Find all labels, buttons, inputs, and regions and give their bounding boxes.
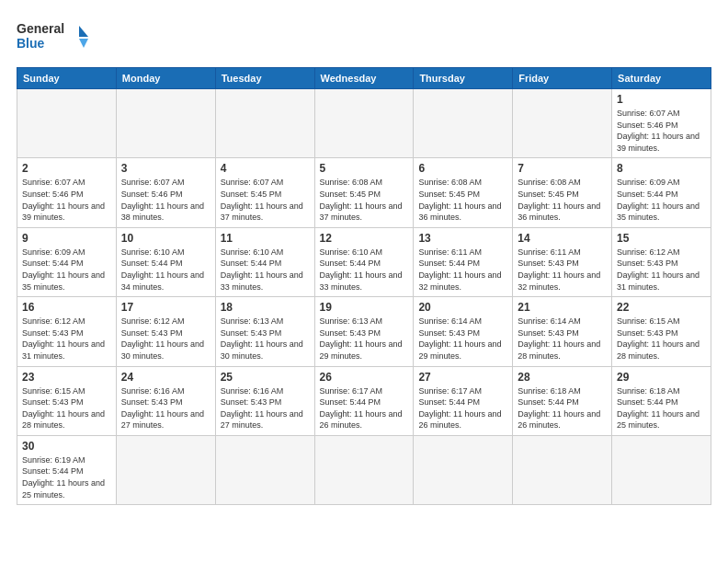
day-number: 17 xyxy=(121,301,210,314)
day-number: 12 xyxy=(320,232,409,245)
calendar-cell xyxy=(215,89,314,158)
day-number: 18 xyxy=(221,301,310,314)
day-info: Sunrise: 6:14 AMSunset: 5:43 PMDaylight:… xyxy=(518,316,607,362)
calendar-cell: 27Sunrise: 6:17 AMSunset: 5:44 PMDayligh… xyxy=(414,366,513,435)
weekday-header-wednesday: Wednesday xyxy=(314,68,414,89)
calendar: SundayMondayTuesdayWednesdayThursdayFrid… xyxy=(17,67,711,505)
day-number: 5 xyxy=(320,162,409,175)
logo: General Blue xyxy=(17,17,90,58)
calendar-cell: 25Sunrise: 6:16 AMSunset: 5:43 PMDayligh… xyxy=(215,366,314,435)
weekday-header-tuesday: Tuesday xyxy=(215,68,314,89)
svg-text:Blue: Blue xyxy=(17,36,45,51)
calendar-cell: 12Sunrise: 6:10 AMSunset: 5:44 PMDayligh… xyxy=(314,227,414,296)
day-number: 30 xyxy=(22,440,111,453)
day-info: Sunrise: 6:18 AMSunset: 5:44 PMDaylight:… xyxy=(518,385,607,431)
logo-svg: General Blue xyxy=(17,17,90,58)
day-number: 2 xyxy=(22,162,111,175)
weekday-header-sunday: Sunday xyxy=(17,68,117,89)
day-number: 1 xyxy=(617,93,706,106)
calendar-cell xyxy=(314,89,414,158)
calendar-cell xyxy=(215,435,314,504)
day-number: 16 xyxy=(22,301,111,314)
day-info: Sunrise: 6:08 AMSunset: 5:45 PMDaylight:… xyxy=(320,177,409,223)
day-number: 9 xyxy=(22,232,111,245)
calendar-cell: 3Sunrise: 6:07 AMSunset: 5:46 PMDaylight… xyxy=(116,158,215,227)
weekday-header-saturday: Saturday xyxy=(612,68,711,89)
day-number: 24 xyxy=(121,371,210,384)
day-number: 23 xyxy=(22,371,111,384)
day-number: 14 xyxy=(518,232,607,245)
header: General Blue xyxy=(17,17,711,58)
day-info: Sunrise: 6:08 AMSunset: 5:45 PMDaylight:… xyxy=(418,177,507,223)
day-number: 22 xyxy=(617,301,706,314)
calendar-cell: 8Sunrise: 6:09 AMSunset: 5:44 PMDaylight… xyxy=(612,158,711,227)
calendar-cell: 17Sunrise: 6:12 AMSunset: 5:43 PMDayligh… xyxy=(116,297,215,366)
day-info: Sunrise: 6:10 AMSunset: 5:44 PMDaylight:… xyxy=(320,247,409,293)
calendar-cell xyxy=(612,435,711,504)
weekday-header-friday: Friday xyxy=(513,68,612,89)
day-number: 28 xyxy=(518,371,607,384)
day-number: 27 xyxy=(418,371,507,384)
day-info: Sunrise: 6:11 AMSunset: 5:43 PMDaylight:… xyxy=(518,247,607,293)
svg-marker-3 xyxy=(79,39,88,48)
day-info: Sunrise: 6:09 AMSunset: 5:44 PMDaylight:… xyxy=(22,247,111,293)
calendar-cell: 16Sunrise: 6:12 AMSunset: 5:43 PMDayligh… xyxy=(17,297,117,366)
day-number: 8 xyxy=(617,162,706,175)
day-info: Sunrise: 6:07 AMSunset: 5:46 PMDaylight:… xyxy=(121,177,210,223)
calendar-cell xyxy=(513,89,612,158)
calendar-cell: 26Sunrise: 6:17 AMSunset: 5:44 PMDayligh… xyxy=(314,366,414,435)
calendar-cell xyxy=(116,89,215,158)
calendar-cell: 9Sunrise: 6:09 AMSunset: 5:44 PMDaylight… xyxy=(17,227,117,296)
day-info: Sunrise: 6:09 AMSunset: 5:44 PMDaylight:… xyxy=(617,177,706,223)
calendar-cell: 5Sunrise: 6:08 AMSunset: 5:45 PMDaylight… xyxy=(314,158,414,227)
svg-marker-2 xyxy=(79,26,88,37)
calendar-cell: 6Sunrise: 6:08 AMSunset: 5:45 PMDaylight… xyxy=(414,158,513,227)
day-info: Sunrise: 6:16 AMSunset: 5:43 PMDaylight:… xyxy=(121,385,210,431)
day-number: 7 xyxy=(518,162,607,175)
day-info: Sunrise: 6:11 AMSunset: 5:44 PMDaylight:… xyxy=(418,247,507,293)
calendar-cell: 14Sunrise: 6:11 AMSunset: 5:43 PMDayligh… xyxy=(513,227,612,296)
day-number: 20 xyxy=(418,301,507,314)
calendar-cell: 4Sunrise: 6:07 AMSunset: 5:45 PMDaylight… xyxy=(215,158,314,227)
calendar-cell: 7Sunrise: 6:08 AMSunset: 5:45 PMDaylight… xyxy=(513,158,612,227)
day-number: 26 xyxy=(320,371,409,384)
day-info: Sunrise: 6:13 AMSunset: 5:43 PMDaylight:… xyxy=(221,316,310,362)
day-number: 13 xyxy=(418,232,507,245)
calendar-cell xyxy=(17,89,117,158)
day-number: 3 xyxy=(121,162,210,175)
calendar-cell: 19Sunrise: 6:13 AMSunset: 5:43 PMDayligh… xyxy=(314,297,414,366)
day-info: Sunrise: 6:12 AMSunset: 5:43 PMDaylight:… xyxy=(121,316,210,362)
page: General Blue SundayMondayTuesdayWednesda… xyxy=(0,0,728,563)
calendar-cell: 21Sunrise: 6:14 AMSunset: 5:43 PMDayligh… xyxy=(513,297,612,366)
day-number: 29 xyxy=(617,371,706,384)
calendar-cell: 2Sunrise: 6:07 AMSunset: 5:46 PMDaylight… xyxy=(17,158,117,227)
day-info: Sunrise: 6:07 AMSunset: 5:46 PMDaylight:… xyxy=(22,177,111,223)
day-info: Sunrise: 6:10 AMSunset: 5:44 PMDaylight:… xyxy=(221,247,310,293)
day-number: 11 xyxy=(221,232,310,245)
calendar-cell: 24Sunrise: 6:16 AMSunset: 5:43 PMDayligh… xyxy=(116,366,215,435)
calendar-cell: 22Sunrise: 6:15 AMSunset: 5:43 PMDayligh… xyxy=(612,297,711,366)
calendar-cell: 10Sunrise: 6:10 AMSunset: 5:44 PMDayligh… xyxy=(116,227,215,296)
day-info: Sunrise: 6:13 AMSunset: 5:43 PMDaylight:… xyxy=(320,316,409,362)
day-number: 19 xyxy=(320,301,409,314)
calendar-cell xyxy=(414,89,513,158)
day-info: Sunrise: 6:12 AMSunset: 5:43 PMDaylight:… xyxy=(22,316,111,362)
calendar-cell: 11Sunrise: 6:10 AMSunset: 5:44 PMDayligh… xyxy=(215,227,314,296)
day-info: Sunrise: 6:07 AMSunset: 5:45 PMDaylight:… xyxy=(221,177,310,223)
calendar-cell: 13Sunrise: 6:11 AMSunset: 5:44 PMDayligh… xyxy=(414,227,513,296)
day-number: 15 xyxy=(617,232,706,245)
day-number: 25 xyxy=(221,371,310,384)
day-info: Sunrise: 6:15 AMSunset: 5:43 PMDaylight:… xyxy=(22,385,111,431)
calendar-cell: 23Sunrise: 6:15 AMSunset: 5:43 PMDayligh… xyxy=(17,366,117,435)
day-info: Sunrise: 6:14 AMSunset: 5:43 PMDaylight:… xyxy=(418,316,507,362)
weekday-header-monday: Monday xyxy=(116,68,215,89)
calendar-cell: 28Sunrise: 6:18 AMSunset: 5:44 PMDayligh… xyxy=(513,366,612,435)
day-info: Sunrise: 6:15 AMSunset: 5:43 PMDaylight:… xyxy=(617,316,706,362)
calendar-cell: 30Sunrise: 6:19 AMSunset: 5:44 PMDayligh… xyxy=(17,435,117,504)
calendar-cell xyxy=(513,435,612,504)
day-info: Sunrise: 6:17 AMSunset: 5:44 PMDaylight:… xyxy=(418,385,507,431)
day-number: 10 xyxy=(121,232,210,245)
day-info: Sunrise: 6:18 AMSunset: 5:44 PMDaylight:… xyxy=(617,385,706,431)
day-info: Sunrise: 6:16 AMSunset: 5:43 PMDaylight:… xyxy=(221,385,310,431)
day-info: Sunrise: 6:08 AMSunset: 5:45 PMDaylight:… xyxy=(518,177,607,223)
